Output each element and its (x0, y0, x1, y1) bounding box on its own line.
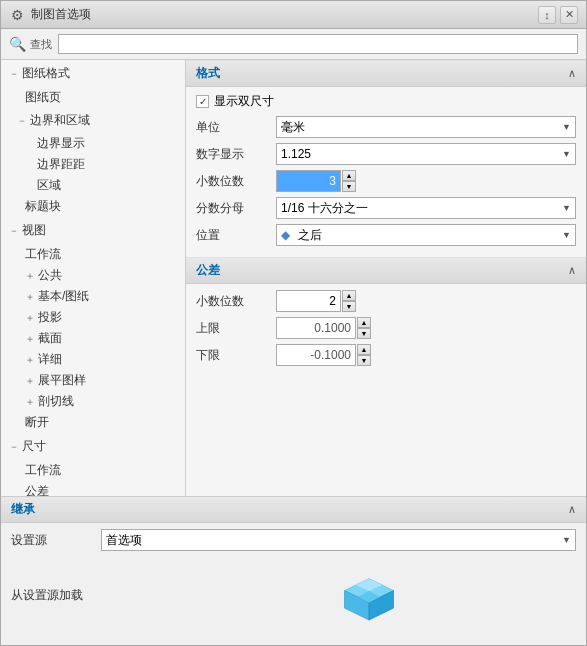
number-display-value: 1.125 ▼ (276, 143, 576, 165)
tol-decimal-label: 小数位数 (196, 293, 276, 310)
window-icon: ⚙ (9, 7, 25, 23)
source-select-arrow: ▼ (562, 535, 571, 545)
unit-row: 单位 毫米 ▼ (196, 116, 576, 138)
format-section-title: 格式 (196, 65, 220, 82)
tree-item-cut-line[interactable]: ＋ 剖切线 (1, 391, 185, 412)
tree-label-dimension: 尺寸 (22, 438, 46, 455)
inherit-collapse-icon[interactable]: ∧ (568, 503, 576, 516)
unit-select-arrow: ▼ (562, 122, 571, 132)
tol-decimal-row: 小数位数 ▲ ▼ (196, 290, 576, 312)
tolerance-section-header: 公差 ∧ (186, 257, 586, 284)
source-select[interactable]: 首选项 ▼ (101, 529, 576, 551)
unit-select-value: 毫米 (281, 119, 305, 136)
plus-icon-base: ＋ (25, 290, 35, 304)
lower-spin-up[interactable]: ▲ (357, 344, 371, 355)
lower-limit-display: -0.1000 (276, 344, 356, 366)
tree-label-view: 视图 (22, 222, 46, 239)
plus-icon-proj: ＋ (25, 311, 35, 325)
main-window: ⚙ 制图首选项 ↕ ✕ 🔍 查找 － 图纸格式 图纸页 (0, 0, 587, 646)
tree-item-view[interactable]: － 视图 (1, 217, 185, 244)
window-title: 制图首选项 (31, 6, 538, 23)
load-row: 从设置源加载 (11, 556, 576, 634)
decimal-places-row: 小数位数 ▲ ▼ (196, 170, 576, 192)
inherit-title: 继承 (11, 501, 35, 518)
tree-item-public[interactable]: ＋ 公共 (1, 265, 185, 286)
plus-icon-public: ＋ (25, 269, 35, 283)
tolerance-section-body: 小数位数 ▲ ▼ 上限 (186, 284, 586, 377)
upper-spin-down[interactable]: ▼ (357, 328, 371, 339)
expand-icon-border: － (17, 114, 27, 128)
tree-item-workflow[interactable]: 工作流 (1, 244, 185, 265)
tree-item-detail[interactable]: ＋ 详细 (1, 349, 185, 370)
tol-decimal-spin-up[interactable]: ▲ (342, 290, 356, 301)
load-label: 从设置源加载 (11, 587, 101, 604)
tol-decimal-spin-buttons: ▲ ▼ (342, 290, 356, 312)
number-display-row: 数字显示 1.125 ▼ (196, 143, 576, 165)
position-row: 位置 ◆ 之后 ▼ (196, 224, 576, 246)
search-label: 查找 (30, 37, 52, 52)
tree-item-dim-tolerance[interactable]: 公差 (1, 481, 185, 496)
tree-item-zone[interactable]: 区域 (1, 175, 185, 196)
tree-item-paper-format[interactable]: － 图纸格式 (1, 60, 185, 87)
tol-decimal-spin-input[interactable] (276, 290, 341, 312)
tolerance-section-title: 公差 (196, 262, 220, 279)
tree-item-border-display[interactable]: 边界显示 (1, 133, 185, 154)
main-content: － 图纸格式 图纸页 － 边界和区域 边界显示 边界距距 区域 (1, 60, 586, 496)
tree-item-title-block[interactable]: 标题块 (1, 196, 185, 217)
decimal-spin-down[interactable]: ▼ (342, 181, 356, 192)
titlebar: ⚙ 制图首选项 ↕ ✕ (1, 1, 586, 29)
search-bar: 🔍 查找 (1, 29, 586, 60)
unit-label: 单位 (196, 119, 276, 136)
plus-icon-detail: ＋ (25, 353, 35, 367)
unit-select[interactable]: 毫米 ▼ (276, 116, 576, 138)
restore-button[interactable]: ↕ (538, 6, 556, 24)
source-label: 设置源 (11, 532, 101, 549)
format-collapse-icon[interactable]: ∧ (568, 67, 576, 80)
position-label: 位置 (196, 227, 276, 244)
titlebar-buttons: ↕ ✕ (538, 6, 578, 24)
tree-item-dimension[interactable]: － 尺寸 (1, 433, 185, 460)
tree-item-dim-workflow[interactable]: 工作流 (1, 460, 185, 481)
search-label-wrap: 🔍 查找 (9, 36, 52, 52)
upper-spin-up[interactable]: ▲ (357, 317, 371, 328)
fraction-select[interactable]: 1/16 十六分之一 ▼ (276, 197, 576, 219)
decimal-spin-input[interactable] (276, 170, 341, 192)
lower-limit-row: 下限 -0.1000 ▲ ▼ (196, 344, 576, 366)
lower-limit-value: -0.1000 ▲ ▼ (276, 344, 576, 366)
app-logo (334, 564, 404, 634)
tree-item-projection[interactable]: ＋ 投影 (1, 307, 185, 328)
lower-spin-down[interactable]: ▼ (357, 355, 371, 366)
number-display-select-value: 1.125 (281, 147, 311, 161)
lower-spin-buttons: ▲ ▼ (357, 344, 371, 366)
tree-item-break-open[interactable]: 断开 (1, 412, 185, 433)
close-button[interactable]: ✕ (560, 6, 578, 24)
tol-decimal-spin-down[interactable]: ▼ (342, 301, 356, 312)
fraction-label: 分数分母 (196, 200, 276, 217)
fraction-row: 分数分母 1/16 十六分之一 ▼ (196, 197, 576, 219)
decimal-places-value: ▲ ▼ (276, 170, 576, 192)
expand-icon-dim: － (9, 440, 19, 454)
tol-decimal-spin: ▲ ▼ (276, 290, 356, 312)
tree-label-paper-format: 图纸格式 (22, 65, 70, 82)
plus-icon-cut: ＋ (25, 395, 35, 409)
show-dual-checkbox[interactable] (196, 95, 209, 108)
tree-item-paper-page[interactable]: 图纸页 (1, 87, 185, 108)
tree-item-base-drawing[interactable]: ＋ 基本/图纸 (1, 286, 185, 307)
tree-item-section[interactable]: ＋ 截面 (1, 328, 185, 349)
format-section-body: 显示双尺寸 单位 毫米 ▼ 数字显示 (186, 87, 586, 257)
decimal-spin-up[interactable]: ▲ (342, 170, 356, 181)
format-section-header: 格式 ∧ (186, 60, 586, 87)
tree-item-border-distance[interactable]: 边界距距 (1, 154, 185, 175)
search-input[interactable] (58, 34, 578, 54)
source-row: 设置源 首选项 ▼ (11, 529, 576, 551)
tree-item-expand-pattern[interactable]: ＋ 展平图样 (1, 370, 185, 391)
source-select-value: 首选项 (106, 532, 142, 549)
number-display-select[interactable]: 1.125 ▼ (276, 143, 576, 165)
unit-value: 毫米 ▼ (276, 116, 576, 138)
expand-icon-view: － (9, 224, 19, 238)
position-diamond-icon: ◆ (281, 228, 290, 242)
tree-item-border-area[interactable]: － 边界和区域 (1, 108, 185, 133)
tolerance-collapse-icon[interactable]: ∧ (568, 264, 576, 277)
position-select[interactable]: ◆ 之后 ▼ (276, 224, 576, 246)
right-panel: 格式 ∧ 显示双尺寸 单位 毫米 ▼ (186, 60, 586, 496)
